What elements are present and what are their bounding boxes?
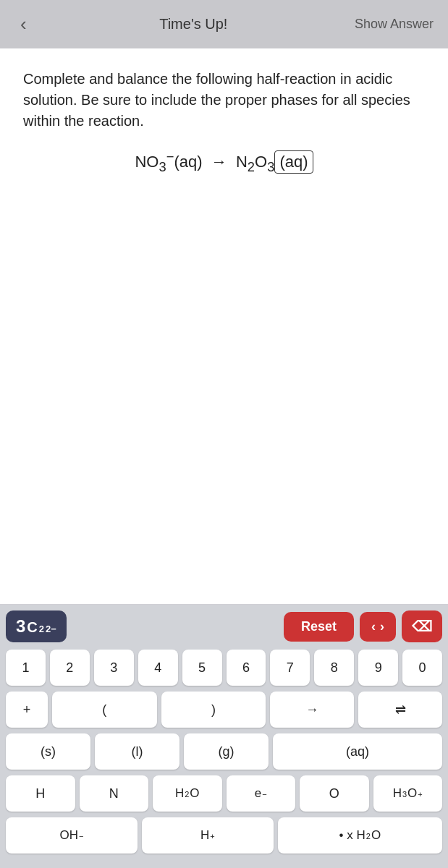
question-text: Complete and balance the following half-… xyxy=(23,69,425,132)
key-H3O[interactable]: H3O+ xyxy=(373,775,443,812)
key-H-plus[interactable]: H+ xyxy=(142,817,274,854)
key-OH[interactable]: OH− xyxy=(6,817,138,854)
key-6[interactable]: 6 xyxy=(227,650,266,686)
key-H[interactable]: H xyxy=(6,775,75,812)
number-row: 1 2 3 4 5 6 7 8 9 0 xyxy=(6,650,442,686)
key-N[interactable]: N xyxy=(80,775,149,812)
question-content: Complete and balance the following half-… xyxy=(0,48,448,604)
key-liquid[interactable]: (l) xyxy=(95,733,179,770)
key-close-paren[interactable]: ) xyxy=(161,692,266,728)
key-9[interactable]: 9 xyxy=(358,650,398,686)
key-open-paren[interactable]: ( xyxy=(52,692,157,728)
backspace-button[interactable]: ⌫ xyxy=(402,610,442,642)
key-H2O[interactable]: H2O xyxy=(153,775,222,812)
key-plus[interactable]: + xyxy=(6,692,48,728)
back-button[interactable]: ‹ xyxy=(14,10,33,38)
app-header: ‹ Time's Up! Show Answer xyxy=(0,0,448,48)
header-title: Time's Up! xyxy=(159,16,227,33)
show-answer-button[interactable]: Show Answer xyxy=(355,17,434,32)
nav-right-icon: › xyxy=(380,619,384,634)
badge-element: C xyxy=(27,619,37,636)
key-1[interactable]: 1 xyxy=(6,650,46,686)
operator-row: + ( ) → ⇌ xyxy=(6,692,442,728)
chemical-row: H N H2O e− O H3O+ xyxy=(6,775,442,812)
key-4[interactable]: 4 xyxy=(138,650,178,686)
backspace-icon: ⌫ xyxy=(412,618,432,634)
key-solid[interactable]: (s) xyxy=(6,733,90,770)
badge-coeff: 3 xyxy=(16,616,25,637)
nav-left-icon: ‹ xyxy=(371,619,376,634)
badge-subscript: 2 xyxy=(39,624,44,634)
key-O[interactable]: O xyxy=(300,775,369,812)
key-5[interactable]: 5 xyxy=(182,650,222,686)
input-badge: 3C22− xyxy=(6,610,67,642)
nav-buttons[interactable]: ‹ › xyxy=(360,612,396,642)
key-8[interactable]: 8 xyxy=(314,650,354,686)
keyboard-area: 3C22− Reset ‹ › ⌫ 1 2 3 4 5 6 7 8 9 0 + … xyxy=(0,605,448,868)
key-gas[interactable]: (g) xyxy=(184,733,269,770)
reaction-formula-container: NO3−(aq) → N2O3(aq) xyxy=(23,149,425,175)
phase-row: (s) (l) (g) (aq) xyxy=(6,733,442,770)
key-equilibrium[interactable]: ⇌ xyxy=(358,692,442,728)
reset-button[interactable]: Reset xyxy=(284,612,354,642)
key-electron[interactable]: e− xyxy=(227,775,296,812)
reaction-formula: NO3−(aq) → N2O3(aq) xyxy=(135,149,313,175)
key-7[interactable]: 7 xyxy=(270,650,310,686)
key-arrow[interactable]: → xyxy=(270,692,354,728)
last-row: OH− H+ • x H2O xyxy=(6,817,442,854)
key-aqueous[interactable]: (aq) xyxy=(273,733,442,770)
key-xH2O[interactable]: • x H2O xyxy=(278,817,442,854)
badge-superscript: 2− xyxy=(46,624,56,634)
key-0[interactable]: 0 xyxy=(402,650,442,686)
key-3[interactable]: 3 xyxy=(94,650,134,686)
key-2[interactable]: 2 xyxy=(50,650,90,686)
toolbar-row: 3C22− Reset ‹ › ⌫ xyxy=(6,610,442,642)
